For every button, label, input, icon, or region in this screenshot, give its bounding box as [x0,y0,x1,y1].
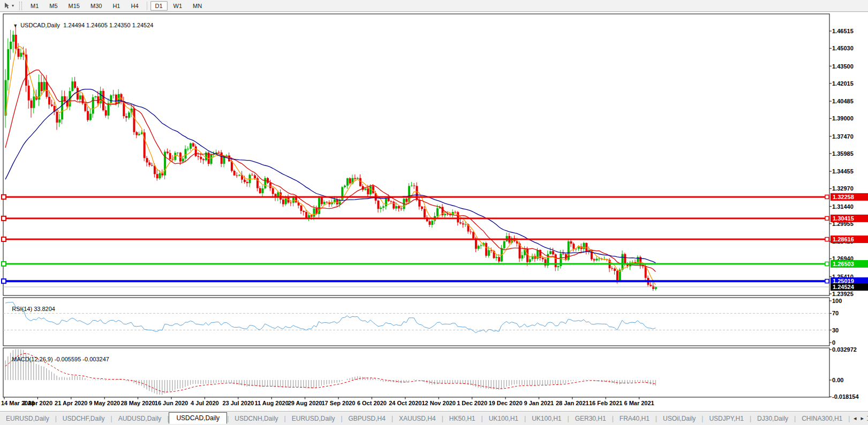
scroll-left-icon[interactable]: ◂ [854,415,857,422]
timeframe-M15[interactable]: M15 [64,1,85,11]
timeframe-MN[interactable]: MN [188,1,207,11]
chart-title: ▼USDCAD,Daily 1.24494 1.24605 1.24350 1.… [6,16,153,35]
rsi-tick-label: 30 [832,327,839,333]
chart-tab-usdchf-daily[interactable]: USDCHF,Daily [57,413,111,424]
timeframe-H1[interactable]: H1 [108,1,125,11]
main-pane-border [3,14,829,295]
hline-right-handle[interactable] [825,279,829,283]
chart-symbol-period: USDCAD,Daily [20,22,60,28]
cursor-icon [3,2,11,10]
hline-right-handle[interactable] [825,216,829,220]
rsi-tick-label: 70 [832,310,839,316]
date-label: 19 Dec 2020 [489,400,523,406]
chart-tab-hk50-h1[interactable]: HK50,H1 [443,413,481,424]
chart-tab-usdjpy-h1[interactable]: USDJPY,H1 [703,413,749,424]
chart-tab-audusd-daily[interactable]: AUDUSD,Daily [112,413,168,424]
price-tick-label: 1.46515 [832,28,854,34]
date-label: 4 Jul 2020 [191,400,219,406]
rsi-line [5,302,655,333]
date-label: 9 Jan 2021 [524,400,554,406]
date-label: 29 Aug 2020 [288,400,322,406]
chart-window[interactable]: 1.465151.450301.435001.420151.404851.390… [0,12,868,409]
cursor-tool-button[interactable]: ▾ [0,0,16,11]
current-price-label: 1.24524 [833,284,855,290]
date-label: 9 May 2020 [89,400,120,406]
hline-left-handle[interactable] [2,237,6,241]
timeframe-M1[interactable]: M1 [26,1,43,11]
macd-tick-label: 0.00 [832,377,843,383]
timeframe-button-group: M1M5M15M30H1H4D1W1MN [25,1,207,11]
macd-tick-label: 0.032972 [832,346,857,353]
macd-signal-value: -0.003247 [82,356,109,362]
price-tick-label: 1.42015 [832,80,854,87]
macd-name: MACD(12,26,9) [12,356,52,362]
hline-price-label: 1.32258 [833,194,854,200]
timeframe-M30[interactable]: M30 [86,1,107,11]
hline-left-handle[interactable] [2,279,6,283]
date-label: 6 Oct 2020 [357,400,387,406]
top-toolbar: ▾ M1M5M15M30H1H4D1W1MN [0,0,868,12]
tab-scroll-arrows: ◂ ▸ [850,412,867,424]
date-label: 16 Jun 2020 [155,400,188,406]
rsi-indicator-label: RSI(14) 33.8204 [5,299,55,318]
price-tick-label: 1.45030 [832,45,854,51]
chart-tab-usdcad-daily[interactable]: USDCAD,Daily [169,412,227,424]
candles-layer[interactable] [5,25,657,291]
price-tick-label: 1.32970 [832,185,854,192]
timeframe-H4[interactable]: H4 [126,1,143,11]
date-label: 12 Nov 2020 [421,400,456,406]
chart-tab-ger30-h1[interactable]: GER30,H1 [569,413,612,424]
price-tick-label: 1.35985 [832,150,854,157]
price-chart-canvas[interactable]: 1.465151.450301.435001.420151.404851.390… [0,12,868,409]
chart-tab-uk100-h1[interactable]: UK100,H1 [526,413,567,424]
macd-pane-border [3,348,829,397]
chart-ohlc-values: 1.24494 1.24605 1.24350 1.24524 [63,22,153,28]
timeframe-W1[interactable]: W1 [169,1,187,11]
rsi-name: RSI(14) [12,306,32,312]
date-label: 17 Sep 2020 [322,400,356,406]
price-tick-label: 1.23925 [832,291,854,297]
moving-average-line-34 [5,89,655,263]
hline-right-handle[interactable] [825,195,829,199]
chart-tab-xauusd-h4[interactable]: XAUUSD,H4 [393,413,442,424]
chart-tab-gbpusd-h4[interactable]: GBPUSD,H4 [343,413,391,424]
date-label: 24 Oct 2020 [389,400,421,406]
date-label: 28 May 2020 [120,400,155,406]
hline-left-handle[interactable] [2,216,6,221]
rsi-value: 33.8204 [34,306,55,312]
toolbar-grip[interactable] [19,2,22,10]
hline-left-handle[interactable] [2,262,6,266]
hline-right-handle[interactable] [825,238,829,241]
chart-tab-eurusd-daily[interactable]: EURUSD,Daily [0,413,55,424]
chart-tab-usdcnh-daily[interactable]: USDCNH,Daily [229,413,284,424]
price-tick-label: 1.31440 [832,203,854,210]
hline-left-handle[interactable] [2,195,6,199]
date-label: 23 Jul 2020 [222,400,254,406]
date-label: 28 Jan 2021 [556,400,589,406]
timeframe-D1[interactable]: D1 [150,1,168,11]
chart-tab-china300-h1[interactable]: CHINA300,H1 [796,413,848,424]
hline-price-label: 1.28616 [833,236,854,242]
chart-tab-uk100-h1[interactable]: UK100,H1 [483,413,524,424]
hline-price-label: 1.30415 [833,215,854,222]
date-label: 2 Apr 2020 [23,400,52,406]
chart-tab-fra40-h1[interactable]: FRA40,H1 [614,413,655,424]
date-label: 1 Dec 2020 [457,400,487,406]
price-tick-label: 1.34455 [832,168,854,174]
chart-tab-dj30-daily[interactable]: DJ30,Daily [751,413,794,424]
timeframe-M5[interactable]: M5 [44,1,62,11]
collapse-triangle-icon[interactable]: ▼ [13,23,18,28]
hline-price-label: 1.26503 [833,261,854,267]
hline-right-handle[interactable] [825,262,829,265]
scroll-right-icon[interactable]: ▸ [861,415,864,422]
date-label: 21 Apr 2020 [55,400,87,406]
symbol-tab-bar: EURUSD,Daily|USDCHF,Daily|AUDUSD,Daily|U… [0,411,868,425]
chart-tab-usoil-daily[interactable]: USOil,Daily [657,413,701,424]
chart-tab-eurusd-daily[interactable]: EURUSD,Daily [286,413,341,424]
price-tick-label: 1.40485 [832,98,854,104]
chevron-down-icon: ▾ [12,3,14,8]
moving-average-line-5 [5,46,655,285]
macd-main-value: -0.005595 [55,356,81,362]
rsi-tick-label: 0 [832,339,835,346]
price-tick-label: 1.43500 [832,63,854,70]
